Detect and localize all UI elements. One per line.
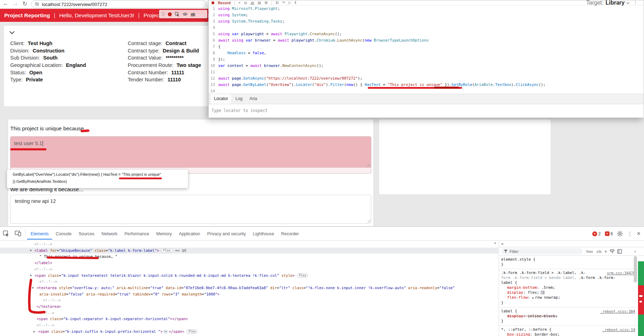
devtools-tab-application[interactable]: Application: [175, 228, 203, 239]
tree-row[interactable]: <!--!-->: [0, 241, 498, 247]
kebab-menu-icon[interactable]: ⋮: [627, 231, 632, 237]
scroll-up-icon[interactable]: ▲: [494, 241, 497, 244]
record-icon[interactable]: [168, 12, 172, 16]
tree-row[interactable]: <!--!-->: [0, 322, 498, 328]
site-settings-icon[interactable]: [35, 2, 39, 6]
rendering-brush-icon[interactable]: [610, 249, 614, 254]
resize-grip-icon[interactable]: [367, 219, 371, 223]
tree-row[interactable]: ▼<span class="k-input textareatest teler…: [0, 273, 498, 279]
field-division-: Division:Construction: [10, 47, 86, 55]
log-icon[interactable]: ▤: [258, 1, 261, 5]
toggle-sidebar-icon[interactable]: [617, 249, 622, 254]
scrollbar-thumb[interactable]: [634, 256, 637, 282]
devtools-tab-console[interactable]: Console: [52, 228, 75, 239]
flex-badge[interactable]: flex: [187, 329, 198, 334]
target-label: Target:: [586, 0, 604, 6]
record-icon[interactable]: [211, 1, 214, 4]
assert-visibility-icon[interactable]: ◎: [244, 1, 247, 5]
delivering-because-textarea[interactable]: testing new api 12: [10, 195, 371, 224]
error-badge[interactable]: ✕ 2: [592, 231, 601, 236]
flex-badge[interactable]: flex: [161, 248, 172, 253]
css-property[interactable]: flex-flow: ▶row nowrap;: [501, 295, 635, 300]
devtools-tab-sources[interactable]: Sources: [75, 228, 98, 239]
tree-row[interactable]: <!--!-->: [0, 335, 498, 336]
css-property[interactable]: margin-bottom: .5rem;: [501, 285, 635, 290]
code-line-1: 1using Microsoft.Playwright;: [209, 6, 280, 12]
expand-arrow-open-icon[interactable]: ▼: [30, 248, 32, 254]
new-style-rule-icon[interactable]: +: [604, 249, 607, 254]
locator-input[interactable]: Type locator to inspect: [211, 108, 267, 113]
tree-row[interactable]: </label>: [0, 260, 498, 266]
issues-badge[interactable]: ✕ 6: [605, 231, 613, 236]
more-tabs-icon[interactable]: »: [501, 241, 504, 246]
devtools-tab-network[interactable]: Network: [98, 228, 121, 239]
devtools-tab-privacy-and-security[interactable]: Privacy and security: [204, 228, 250, 239]
ellipsis-expand-icon[interactable]: ⋯: [163, 330, 168, 334]
css-property[interactable]: box-sizing: border-box;: [501, 332, 635, 336]
target-select[interactable]: Target: Library: [586, 0, 629, 5]
tree-row[interactable]: <!--!-->: [0, 297, 498, 303]
pause-icon[interactable]: ‖: [295, 1, 296, 5]
app-brand[interactable]: Project Reporting: [4, 12, 50, 19]
css-rule[interactable]: _reboot.scss:19*, ::after, ::before {box…: [499, 326, 638, 336]
annotation-underline: [10, 148, 46, 150]
inspector-tab-aria[interactable]: Aria: [246, 94, 260, 104]
devtools-tab-recorder[interactable]: Recorder: [278, 228, 303, 239]
flex-editor-icon[interactable]: [541, 291, 544, 294]
tree-row[interactable]: ▼<textarea style="overflow-y: auto;" ari…: [0, 285, 498, 291]
css-rule[interactable]: srm.css:34478.k-form .k-form-field > .k-…: [499, 269, 638, 307]
inspector-tab-log[interactable]: Log: [232, 94, 246, 104]
resize-grip-icon[interactable]: [367, 163, 370, 167]
expand-arrow-closed-icon[interactable]: ▶: [33, 329, 35, 335]
forward-icon[interactable]: →: [13, 0, 18, 7]
close-icon[interactable]: ×: [637, 230, 640, 237]
unique-because-textarea[interactable]: test user 5.1: [11, 137, 371, 168]
styles-scrollbar[interactable]: ▲: [633, 249, 638, 336]
expand-arrow-open-icon[interactable]: ▼: [30, 273, 32, 279]
kebab-menu-icon[interactable]: ⋮: [633, 0, 637, 5]
assert-text-icon[interactable]: ab: [191, 12, 195, 16]
resume-icon[interactable]: ▷: [289, 1, 291, 5]
inspector-tab-locator[interactable]: Locator: [210, 94, 232, 104]
drag-handle-icon[interactable]: [162, 12, 165, 16]
css-rule[interactable]: element.style {}: [499, 256, 638, 269]
tree-row[interactable]: ▶<span class="k-input-suffix k-input-pre…: [0, 329, 498, 335]
url-text[interactable]: localhost:7222/overview/007272: [42, 2, 107, 7]
tree-row[interactable]: <span class="k-input-separator k-input-s…: [0, 316, 498, 322]
css-source-link[interactable]: srm.css:34478: [607, 270, 635, 275]
css-source-link[interactable]: _reboot.scss:19: [602, 327, 635, 332]
devtools-tab-lighthouse[interactable]: Lighthouse: [250, 228, 278, 239]
css-rule[interactable]: _reboot.scss:384label {display: inline-b…: [499, 307, 638, 326]
css-property[interactable]: display: flex;: [501, 290, 635, 295]
back-icon[interactable]: ←: [3, 0, 8, 7]
collapse-chevron-icon[interactable]: [10, 29, 14, 34]
tree-row[interactable]: <!--!-->: [0, 279, 498, 285]
css-source-link[interactable]: _reboot.scss:384: [600, 309, 635, 314]
devtools-tab-performance[interactable]: Performance: [121, 228, 153, 239]
device-toolbar-icon[interactable]: [12, 231, 24, 236]
gear-icon[interactable]: [617, 231, 623, 237]
flex-badge[interactable]: flex: [297, 273, 308, 278]
assert-text-icon[interactable]: ab: [251, 1, 254, 5]
tree-row[interactable]: <!--!-->: [0, 310, 498, 316]
devtools-tab-elements[interactable]: Elements: [27, 228, 52, 239]
pick-locator-icon[interactable]: ⌖: [239, 1, 241, 5]
css-property[interactable]: display: inline-block;: [501, 314, 635, 319]
devtools-tab-memory[interactable]: Memory: [153, 228, 175, 239]
pick-locator-icon[interactable]: [175, 12, 179, 17]
step-over-icon[interactable]: ↷: [282, 1, 285, 5]
toggle-hover-state-button[interactable]: :hov: [586, 249, 593, 254]
toggle-class-button[interactable]: .cls: [596, 249, 602, 254]
assert-visibility-icon[interactable]: [183, 12, 188, 16]
tree-row[interactable]: <!--!-->: [0, 266, 498, 272]
styles-filter-input[interactable]: Filter: [501, 248, 583, 254]
tree-row[interactable]: aria-invalid="false" aria-required="true…: [0, 291, 498, 297]
source-icon[interactable]: ⊞: [265, 1, 267, 5]
inspect-element-icon[interactable]: [0, 230, 12, 237]
address-bar[interactable]: localhost:7222/overview/007272: [31, 0, 206, 8]
tree-row[interactable]: ▼<label for="UniqueBecause" class="k-lab…: [0, 248, 498, 254]
copy-icon[interactable]: ⊟: [276, 1, 278, 5]
tree-row[interactable]: </textarea>: [0, 304, 498, 310]
reload-icon[interactable]: ↻: [23, 0, 27, 7]
record-button[interactable]: Record: [218, 1, 231, 5]
